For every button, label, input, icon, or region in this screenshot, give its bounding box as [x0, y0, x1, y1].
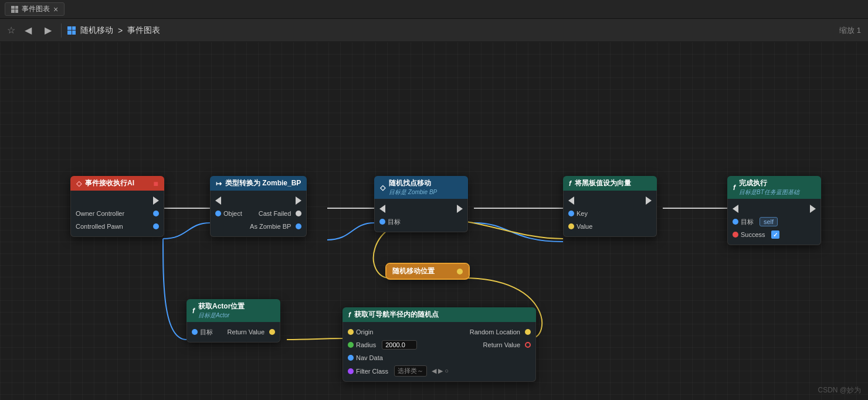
- toolbar: ☆ ◀ ▶ 随机移动 > 事件图表 缩放 1: [0, 19, 868, 42]
- finish-self-badge: self: [760, 217, 778, 226]
- random-nav-location-label: Random Location: [470, 328, 520, 335]
- event-node-body: Owner Controller Controlled Pawn: [70, 191, 164, 237]
- tab-close-button[interactable]: ×: [53, 5, 58, 14]
- move-node-body: 目标: [374, 199, 468, 232]
- blackboard-body: Key Value: [563, 191, 657, 237]
- move-exec-out-pin[interactable]: [457, 205, 463, 213]
- forward-button[interactable]: ▶: [41, 23, 55, 37]
- move-location-node: 随机移动位置: [386, 264, 469, 279]
- finish-subtitle: 目标是BT任务蓝图基础: [739, 188, 799, 196]
- breadcrumb-separator: >: [118, 26, 123, 35]
- event-owner-row: Owner Controller: [71, 207, 164, 220]
- finish-node: f 完成执行 目标是BT任务蓝图基础 目标 self Success ✓: [727, 176, 821, 245]
- get-actor-subtitle: 目标是Actor: [198, 311, 245, 320]
- finish-icon: f: [733, 184, 735, 192]
- random-nav-origin-pin[interactable]: [348, 329, 354, 335]
- random-nav-node: f 获取可导航半径内的随机点 Origin Random Location Ra…: [343, 307, 536, 382]
- favorite-icon[interactable]: ☆: [7, 25, 15, 36]
- tab-event-graph[interactable]: 事件图表 ×: [5, 2, 65, 16]
- random-nav-filterclass-dropdown[interactable]: 选择类～: [394, 365, 427, 377]
- move-target-pin[interactable]: [379, 219, 385, 225]
- get-actor-target-row: 目标 Return Value: [187, 326, 280, 338]
- get-actor-title-block: 获取Actor位置 目标是Actor: [198, 301, 245, 320]
- blackboard-exec-out-pin[interactable]: [646, 196, 652, 205]
- random-nav-navdata-pin[interactable]: [348, 355, 354, 361]
- get-actor-return-pin[interactable]: [269, 329, 275, 335]
- finish-success-pin[interactable]: [733, 232, 738, 238]
- get-actor-target-label: 目标: [200, 328, 213, 337]
- finish-success-row: Success ✓: [728, 228, 820, 241]
- finish-exec-in-pin[interactable]: [733, 205, 738, 213]
- move-title: 随机找点移动: [389, 178, 437, 188]
- move-title-block: 随机找点移动 目标是 Zombie BP: [389, 178, 437, 196]
- cast-exec-out-pin[interactable]: [296, 196, 301, 205]
- random-nav-filterclass-pin[interactable]: [348, 368, 354, 374]
- move-location-pin[interactable]: [457, 269, 463, 274]
- event-owner-pin[interactable]: [153, 211, 159, 216]
- event-pawn-label: Controlled Pawn: [76, 223, 123, 230]
- random-nav-radius-pin[interactable]: [348, 342, 354, 348]
- event-node-title: 事件接收执行AI: [85, 178, 134, 188]
- cast-aszombie-row: As Zombie BP: [211, 220, 306, 233]
- cast-exec-in-pin[interactable]: [215, 196, 221, 205]
- blackboard-header: f 将黑板值设为向量: [563, 176, 657, 191]
- tab-icon: [11, 6, 18, 13]
- get-actor-return-label: Return Value: [228, 328, 265, 335]
- random-nav-radius-input[interactable]: [382, 340, 417, 350]
- breadcrumb-current: 事件图表: [127, 25, 160, 36]
- finish-target-row: 目标 self: [728, 215, 820, 228]
- event-owner-label: Owner Controller: [76, 210, 124, 217]
- random-nav-location-pin[interactable]: [525, 329, 531, 335]
- event-pawn-row: Controlled Pawn: [71, 220, 164, 233]
- cast-title: 类型转换为 Zombie_BP: [225, 178, 301, 188]
- event-exec-out-pin[interactable]: [153, 196, 159, 205]
- random-nav-navdata-row: Nav Data: [343, 351, 535, 364]
- tab-label: 事件图表: [22, 4, 50, 14]
- move-node: ◇ 随机找点移动 目标是 Zombie BP 目标: [374, 176, 468, 232]
- blackboard-key-pin[interactable]: [568, 211, 574, 216]
- finish-exec-row: [728, 202, 820, 215]
- random-nav-filter-icons: ◀ ▶ ○: [432, 367, 449, 375]
- blackboard-exec-in-pin[interactable]: [568, 196, 574, 205]
- random-nav-radius-row: Radius Return Value: [343, 338, 535, 351]
- random-nav-icon: f: [348, 311, 351, 319]
- event-pawn-pin[interactable]: [153, 223, 159, 229]
- cast-failed-pin[interactable]: [296, 211, 301, 216]
- random-nav-return-pin[interactable]: [525, 342, 531, 348]
- random-nav-return-label: Return Value: [483, 341, 520, 348]
- breadcrumb-parent[interactable]: 随机移动: [80, 25, 113, 36]
- blackboard-value-pin[interactable]: [568, 223, 574, 229]
- finish-exec-out-pin[interactable]: [810, 205, 816, 213]
- toolbar-separator: [61, 23, 62, 38]
- cast-aszombie-pin[interactable]: [296, 223, 301, 229]
- event-node-header: ◇ 事件接收执行AI ■: [70, 176, 164, 191]
- event-node-icon: ◇: [76, 179, 82, 188]
- cast-failed-label: Cast Failed: [259, 210, 291, 217]
- random-nav-origin-row: Origin Random Location: [343, 326, 535, 338]
- breadcrumb: 随机移动 > 事件图表: [67, 25, 160, 36]
- get-actor-title: 获取Actor位置: [198, 301, 245, 311]
- title-bar: 事件图表 ×: [0, 0, 868, 19]
- random-nav-origin-label: Origin: [356, 328, 373, 335]
- get-actor-icon: f: [192, 307, 195, 315]
- get-actor-node: f 获取Actor位置 目标是Actor 目标 Return Value: [187, 299, 280, 343]
- finish-target-pin[interactable]: [733, 219, 738, 225]
- blackboard-key-label: Key: [577, 210, 588, 217]
- random-nav-body: Origin Random Location Radius Return Val…: [343, 322, 536, 382]
- blackboard-value-row: Value: [564, 220, 656, 233]
- blackboard-icon: f: [569, 179, 571, 188]
- finish-title-block: 完成执行 目标是BT任务蓝图基础: [739, 178, 799, 196]
- blueprint-canvas: ◇ 事件接收执行AI ■ Owner Controller Controlled…: [0, 42, 868, 400]
- move-exec-row: [375, 202, 467, 215]
- move-exec-in-pin[interactable]: [379, 205, 385, 213]
- blackboard-title: 将黑板值设为向量: [575, 178, 631, 188]
- blackboard-value-label: Value: [577, 223, 592, 230]
- watermark-text: CSDN @妙为: [818, 386, 861, 394]
- cast-object-pin[interactable]: [215, 211, 221, 216]
- finish-success-checkbox[interactable]: ✓: [771, 230, 779, 239]
- get-actor-body: 目标 Return Value: [187, 322, 280, 343]
- back-button[interactable]: ◀: [21, 23, 35, 37]
- get-actor-target-pin[interactable]: [192, 329, 198, 335]
- move-target-row: 目标: [375, 215, 467, 228]
- blackboard-key-row: Key: [564, 207, 656, 220]
